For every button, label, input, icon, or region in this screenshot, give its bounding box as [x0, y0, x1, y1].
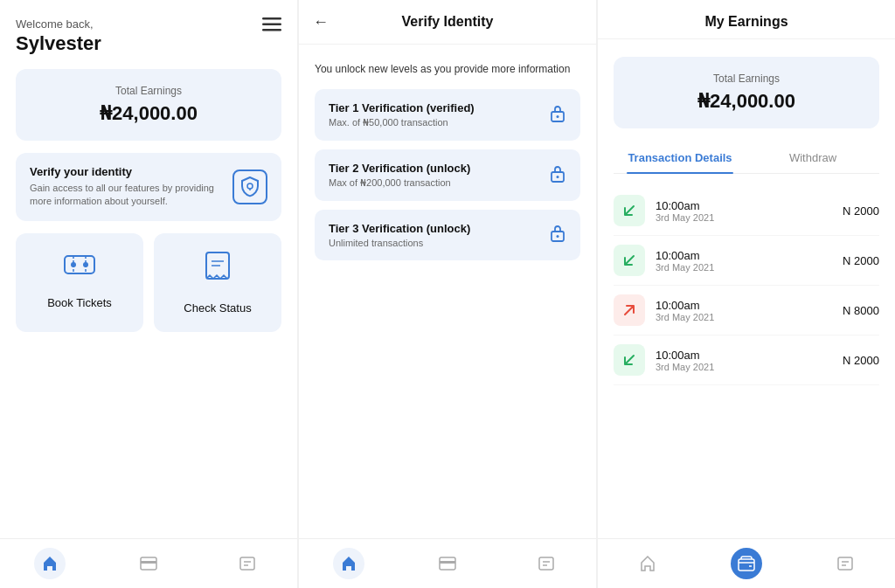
verify-content: You unlock new levels as you provide mor…	[299, 45, 596, 538]
tier2-card[interactable]: Tier 2 Verification (unlock) Max of ₦200…	[315, 149, 580, 201]
nav-list[interactable]	[232, 548, 263, 579]
user-name: Sylvester	[16, 32, 281, 55]
tier2-name: Tier 2 Verification (unlock)	[329, 162, 470, 175]
back-button[interactable]: ←	[313, 13, 329, 31]
panel-dashboard: Welcome back, Sylvester Total Earnings ₦…	[0, 0, 297, 588]
svg-rect-12	[141, 561, 156, 564]
nav2-card[interactable]	[432, 548, 463, 579]
tx-incoming-icon	[614, 195, 645, 226]
svg-rect-23	[440, 561, 455, 564]
tx4-time: 10:00am	[656, 349, 832, 362]
tx3-amount: N 8000	[843, 304, 879, 317]
earnings-tabs: Transaction Details Withdraw	[614, 142, 879, 174]
tier1-lock-icon	[549, 103, 566, 127]
svg-rect-1	[262, 24, 281, 26]
earnings-label: Total Earnings	[31, 85, 266, 97]
tx2-info: 10:00am 3rd May 2021	[656, 249, 832, 273]
verify-title: Verify Identity	[402, 14, 494, 30]
tier2-info: Tier 2 Verification (unlock) Max of ₦200…	[329, 162, 470, 189]
tier1-name: Tier 1 Verification (verified)	[329, 101, 475, 114]
svg-point-21	[557, 235, 559, 238]
tier3-desc: Unlimited transactions	[329, 238, 470, 248]
nav-home[interactable]	[34, 548, 66, 579]
tx4-info: 10:00am 3rd May 2021	[656, 349, 832, 372]
tier2-lock-icon	[549, 163, 566, 187]
tx4-date: 3rd May 2021	[656, 362, 832, 372]
tier3-info: Tier 3 Verification (unlock) Unlimited t…	[329, 222, 470, 248]
tx1-amount: N 2000	[843, 204, 879, 218]
book-tickets-card[interactable]: Book Tickets	[16, 233, 143, 332]
tab-transaction-details[interactable]: Transaction Details	[614, 142, 746, 173]
earnings-title: My Earnings	[704, 14, 787, 29]
transaction-row: 10:00am 3rd May 2021 N 2000	[614, 236, 879, 286]
nav-card[interactable]	[133, 548, 164, 579]
check-status-label: Check Status	[184, 301, 251, 315]
verify-card-text: Verify your identity Gain access to all …	[30, 165, 224, 209]
tier3-lock-icon	[549, 223, 566, 246]
check-status-card[interactable]: Check Status	[154, 233, 281, 332]
svg-point-17	[557, 115, 559, 118]
action-cards-row: Book Tickets Check Status	[16, 233, 281, 332]
verify-desc: Gain access to all our features by provi…	[30, 182, 224, 209]
nav3-home[interactable]	[632, 548, 663, 579]
ticket-icon	[63, 251, 96, 286]
verify-identity-card[interactable]: Verify your identity Gain access to all …	[16, 153, 281, 221]
tier3-card[interactable]: Tier 3 Verification (unlock) Unlimited t…	[315, 210, 580, 260]
tx2-date: 3rd May 2021	[656, 262, 832, 273]
app-container: Welcome back, Sylvester Total Earnings ₦…	[0, 0, 895, 588]
nav3-wallet[interactable]	[731, 548, 762, 579]
panel1-bottom-nav	[0, 538, 297, 588]
verify-header: ← Verify Identity	[299, 0, 596, 45]
svg-rect-0	[262, 17, 281, 20]
svg-point-19	[557, 176, 559, 178]
panel2-bottom-nav	[299, 538, 596, 588]
total-earnings-amount: ₦24,000.00	[629, 90, 864, 113]
book-tickets-label: Book Tickets	[47, 296, 112, 309]
earnings-content: Total Earnings ₦24,000.00 Transaction De…	[598, 39, 895, 538]
receipt-icon	[204, 251, 232, 291]
svg-point-3	[247, 183, 253, 189]
tx1-time: 10:00am	[656, 199, 832, 212]
earnings-header: My Earnings	[598, 0, 895, 39]
menu-icon[interactable]	[262, 17, 281, 36]
panel-verify: ← Verify Identity You unlock new levels …	[299, 0, 596, 588]
earnings-amount: ₦24,000.00	[31, 102, 266, 125]
tier1-info: Tier 1 Verification (verified) Max. of ₦…	[329, 101, 475, 128]
panel3-bottom-nav	[598, 538, 895, 588]
svg-rect-5	[65, 256, 94, 273]
shield-icon	[232, 169, 267, 204]
tx2-amount: N 2000	[843, 254, 879, 267]
transaction-row: 10:00am 3rd May 2021 N 2000	[614, 336, 879, 385]
tx4-amount: N 2000	[843, 354, 879, 367]
nav3-settings[interactable]	[829, 548, 861, 579]
transaction-row: 10:00am 3rd May 2021 N 2000	[614, 186, 879, 236]
tx2-time: 10:00am	[656, 249, 832, 262]
verify-subtitle: You unlock new levels as you provide mor…	[315, 62, 580, 77]
tier2-desc: Max of ₦200,000 transaction	[329, 177, 470, 189]
tx3-time: 10:00am	[656, 299, 832, 312]
svg-rect-2	[262, 29, 281, 31]
svg-rect-27	[739, 559, 754, 571]
panel-earnings: My Earnings Total Earnings ₦24,000.00 Tr…	[598, 0, 895, 588]
total-earnings-card: Total Earnings ₦24,000.00	[614, 57, 879, 128]
nav2-list[interactable]	[531, 548, 562, 579]
transaction-row: 10:00am 3rd May 2021 N 8000	[614, 286, 879, 336]
tab-withdraw[interactable]: Withdraw	[746, 142, 879, 173]
dashboard-content: Welcome back, Sylvester Total Earnings ₦…	[0, 0, 297, 538]
tier3-name: Tier 3 Verification (unlock)	[329, 222, 470, 235]
tx3-date: 3rd May 2021	[656, 312, 832, 322]
svg-rect-24	[539, 557, 553, 570]
tx3-info: 10:00am 3rd May 2021	[656, 299, 832, 322]
total-earnings-label: Total Earnings	[629, 73, 864, 85]
tx1-info: 10:00am 3rd May 2021	[656, 199, 832, 223]
nav2-home[interactable]	[333, 548, 364, 579]
dashboard-earnings-card: Total Earnings ₦24,000.00	[16, 69, 281, 141]
tier1-card[interactable]: Tier 1 Verification (verified) Max. of ₦…	[315, 89, 580, 141]
svg-rect-28	[838, 557, 852, 570]
svg-point-6	[71, 262, 76, 267]
tx-incoming-icon	[614, 245, 645, 276]
tx1-date: 3rd May 2021	[656, 212, 832, 223]
svg-rect-13	[240, 557, 254, 570]
verify-title: Verify your identity	[30, 165, 224, 178]
tier1-desc: Max. of ₦50,000 transaction	[329, 117, 475, 128]
